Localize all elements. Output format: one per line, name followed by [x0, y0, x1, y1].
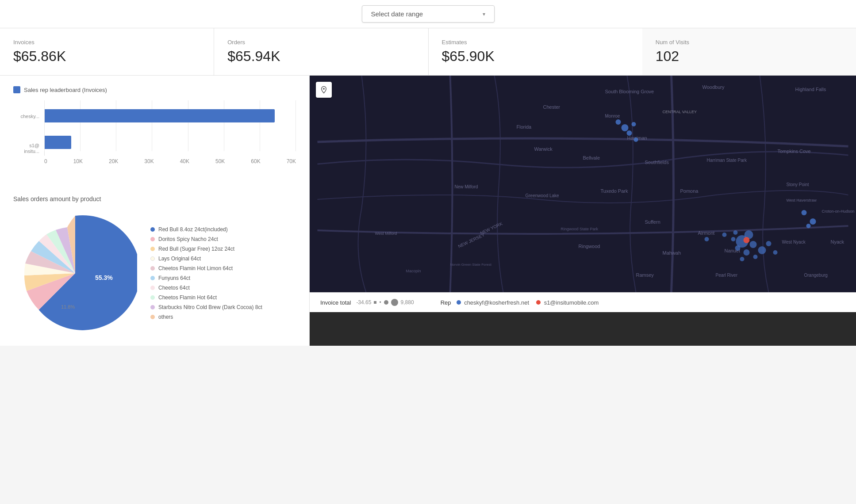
map-dot-cluster-5 — [744, 249, 750, 256]
pie-legend-label-9: others — [158, 314, 173, 320]
bar-row-s1 — [45, 129, 296, 156]
y-label-s1: s1@insitu... — [13, 137, 42, 160]
kpi-value-num-visits: 102 — [656, 48, 843, 65]
svg-text:Harriman State Park: Harriman State Park — [707, 158, 748, 163]
map-dot-upper — [802, 210, 807, 215]
kpi-value-invoices: $65.86K — [13, 48, 200, 65]
map-dot-cluster-12 — [733, 230, 738, 235]
scale-min: -34.65 — [356, 299, 371, 305]
svg-text:South Blooming Grove: South Blooming Grove — [605, 89, 654, 94]
pie-chart-section: Sales orders amount by product 55.3% — [13, 195, 296, 335]
svg-text:Macopin: Macopin — [406, 269, 421, 273]
rep2-email: s1@insitumobile.com — [544, 299, 599, 306]
x-label-40k: 40K — [180, 158, 189, 164]
svg-text:West Milford: West Milford — [375, 231, 397, 236]
map-dot-cluster-11 — [773, 250, 778, 255]
svg-text:Warwick: Warwick — [534, 146, 553, 152]
pie-legend-item-8: Starbucks Nitro Cold Brew (Dark Cocoa) 8… — [150, 304, 262, 310]
kpi-card-num-visits: Num of Visits 102 — [642, 28, 856, 75]
svg-text:Ringwood State Park: Ringwood State Park — [561, 227, 599, 231]
svg-text:Stony Point: Stony Point — [787, 182, 809, 187]
pie-legend-item-4: Cheetos Flamin Hot Limon 64ct — [150, 265, 262, 271]
x-label-10k: 10K — [73, 158, 83, 164]
svg-text:Highland Falls: Highland Falls — [795, 87, 826, 92]
map-dot-4 — [627, 130, 632, 136]
map-dot-cluster-6 — [753, 255, 758, 259]
rep1-email: cheskyf@kosherfresh.net — [464, 299, 529, 306]
map-dot-cluster-7 — [731, 237, 736, 241]
x-label-20k: 20K — [109, 158, 118, 164]
pie-svg: 55.3% — [13, 211, 137, 335]
x-label-60k: 60K — [251, 158, 260, 164]
bar-chart-bars — [44, 100, 296, 156]
map-dot-cluster-13 — [740, 257, 745, 261]
bar-chart-grid: 0 10K 20K 30K 40K 50K 60K 70K — [44, 100, 296, 164]
map-pin-button[interactable] — [316, 82, 332, 98]
pin-icon — [320, 86, 328, 94]
x-label-0: 0 — [44, 158, 47, 164]
svg-text:Southfields: Southfields — [645, 160, 669, 165]
pie-legend-label-8: Starbucks Nitro Cold Brew (Dark Cocoa) 8… — [158, 304, 262, 310]
svg-text:Croton-on-Hudson: Croton-on-Hudson — [822, 209, 855, 214]
bullet-sep: • — [379, 299, 381, 305]
pie-legend-dot-8 — [150, 305, 155, 309]
svg-text:Greenwood Lake: Greenwood Lake — [526, 193, 560, 198]
svg-text:Orangeburg: Orangeburg — [804, 273, 828, 278]
chevron-down-icon: ▾ — [483, 11, 485, 17]
y-label-chesky: chesky... — [13, 105, 42, 127]
pie-legend-dot-7 — [150, 295, 155, 300]
svg-text:Suffern: Suffern — [645, 219, 660, 225]
pie-svg-container: 55.3% — [13, 211, 137, 335]
x-label-70k: 70K — [287, 158, 296, 164]
pie-legend-item-0: Red Bull 8.4oz 24ct(included) — [150, 226, 262, 233]
kpi-value-orders: $65.94K — [227, 48, 415, 65]
main-content: Sales rep leaderboard (Invoices) chesky.… — [0, 76, 856, 346]
bar-chart-section: Sales rep leaderboard (Invoices) chesky.… — [13, 86, 296, 178]
pie-legend-label-0: Red Bull 8.4oz 24ct(included) — [158, 226, 228, 233]
map-container: South Blooming Grove Woodbury Highland F… — [310, 76, 856, 292]
pie-legend-item-5: Funyuns 64ct — [150, 275, 262, 281]
svg-text:Ramsey: Ramsey — [636, 272, 654, 278]
pie-legend-label-7: Cheetos Flamin Hot 64ct — [158, 294, 217, 301]
bar-fill-chesky — [45, 109, 275, 122]
rep2-legend: s1@insitumobile.com — [536, 299, 599, 306]
svg-text:Pomona: Pomona — [680, 188, 699, 194]
map-dot-cluster-9 — [766, 241, 772, 246]
pie-legend-dot-5 — [150, 276, 155, 280]
pie-legend-dot-9 — [150, 315, 155, 319]
svg-text:Ringwood: Ringwood — [579, 244, 600, 249]
pie-legend-dot-4 — [150, 266, 155, 271]
kpi-label-estimates: Estimates — [442, 39, 629, 46]
pie-legend-item-1: Doritos Spicy Nacho 24ct — [150, 236, 262, 242]
rep-legend-group: Rep cheskyf@kosherfresh.net s1@insitumob… — [441, 299, 599, 306]
pie-legend-label-3: Lays Original 64ct — [158, 256, 201, 262]
bar-chart-container: chesky... s1@insitu... — [13, 100, 296, 178]
map-dot-red — [744, 237, 750, 243]
pie-legend-label-5: Funyuns 64ct — [158, 275, 190, 281]
svg-rect-1 — [318, 76, 848, 292]
map-dot-1 — [616, 119, 621, 125]
svg-text:Bellvale: Bellvale — [583, 155, 600, 160]
scale-dot-small — [374, 301, 376, 304]
svg-text:CENTRAL VALLEY: CENTRAL VALLEY — [663, 110, 697, 114]
svg-text:Norvin Green State Forest: Norvin Green State Forest — [450, 263, 492, 267]
bar-row-chesky — [45, 103, 296, 129]
kpi-value-estimates: $65.90K — [442, 48, 629, 65]
pie-chart-title: Sales orders amount by product — [13, 195, 296, 202]
date-range-select[interactable]: Select date range ▾ — [362, 5, 495, 23]
map-dot-3 — [632, 122, 636, 126]
kpi-row: Invoices $65.86K Orders $65.94K Estimate… — [0, 28, 856, 76]
svg-point-0 — [323, 88, 325, 90]
svg-text:Woodbury: Woodbury — [702, 84, 725, 90]
svg-text:Mahwah: Mahwah — [663, 250, 681, 256]
date-range-label: Select date range — [371, 10, 423, 18]
kpi-card-invoices: Invoices $65.86K — [0, 28, 214, 75]
right-panel: South Blooming Grove Woodbury Highland F… — [310, 76, 856, 346]
scale-legend: -34.65 • 9,880 — [356, 299, 414, 306]
x-label-30k: 30K — [144, 158, 154, 164]
pie-legend-dot-6 — [150, 286, 155, 290]
bar-chart-legend: Sales rep leaderboard (Invoices) — [13, 86, 296, 93]
pie-legend-item-9: others — [150, 314, 262, 320]
map-dot-2 — [622, 124, 629, 131]
pie-label-pct2: 11.8% — [61, 304, 75, 309]
